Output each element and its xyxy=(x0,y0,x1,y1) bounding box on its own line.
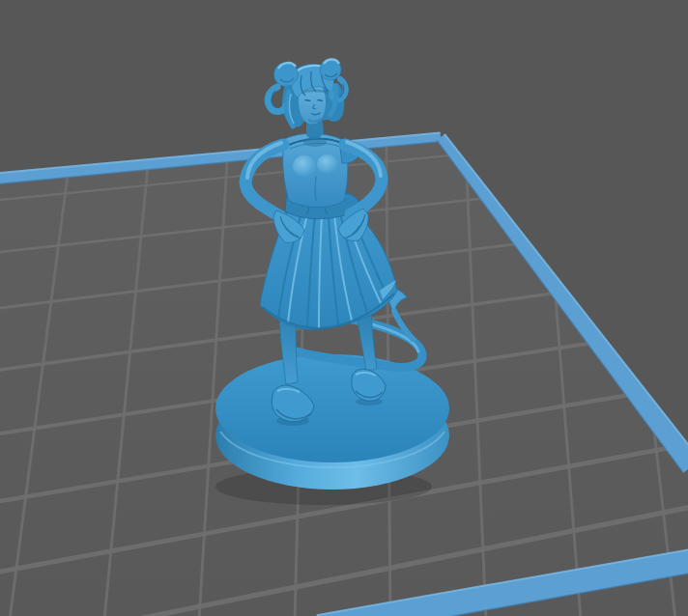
left-eye xyxy=(305,100,311,101)
right-eye xyxy=(318,100,324,101)
viewport-3d[interactable] xyxy=(0,0,688,616)
figure-round-base xyxy=(215,354,449,490)
